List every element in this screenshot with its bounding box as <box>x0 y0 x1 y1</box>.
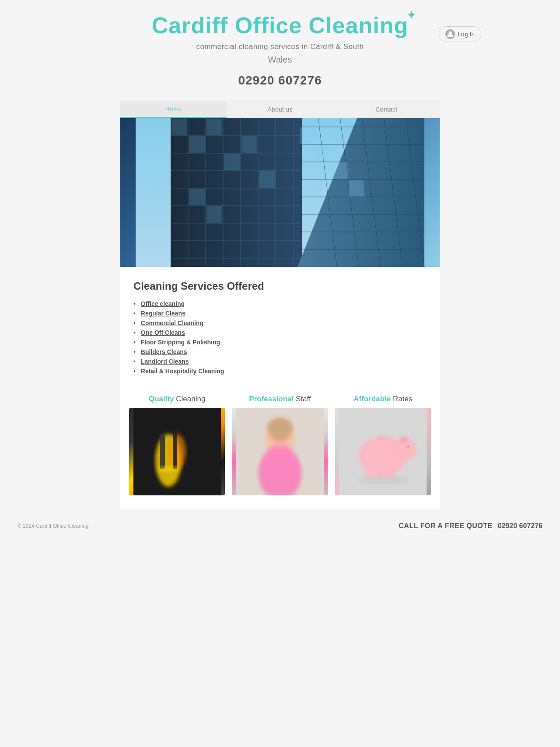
svg-rect-23 <box>242 136 257 153</box>
services-section: Cleaning Services Offered Office cleanin… <box>120 267 440 386</box>
feature-quality-normal2: Cleaning <box>176 395 205 403</box>
svg-point-60 <box>399 436 408 443</box>
svg-rect-26 <box>206 206 222 223</box>
svg-point-54 <box>267 419 293 436</box>
list-item: Regular Cleans <box>133 310 427 317</box>
feature-staff-normal2: Staff <box>296 395 311 403</box>
svg-point-50 <box>158 466 179 473</box>
feature-rates-title: Affordable Rates <box>335 395 431 403</box>
svg-rect-25 <box>189 189 205 205</box>
feature-rates-highlight: Affordable <box>354 395 391 403</box>
svg-rect-48 <box>160 434 165 469</box>
list-item: Floor Stripping & Polishing <box>133 339 427 346</box>
nav-bar: Home About us Contact <box>120 101 440 118</box>
footer-copyright: © 2024 Cardiff Office Cleaning <box>18 523 89 529</box>
list-item: Landlord Cleans <box>133 358 427 365</box>
feature-quality-title: Quality Cleaning <box>129 395 225 403</box>
svg-rect-19 <box>172 119 187 135</box>
hero-image <box>120 118 440 267</box>
feature-staff-image <box>232 408 328 495</box>
svg-marker-43 <box>332 162 349 179</box>
svg-marker-44 <box>349 180 365 196</box>
list-item: One Off Cleans <box>133 329 427 336</box>
site-footer: © 2024 Cardiff Office Cleaning CALL FOR … <box>0 513 560 539</box>
services-title: Cleaning Services Offered <box>133 280 427 292</box>
list-item: Office cleaning <box>133 300 427 307</box>
feature-quality-image <box>129 408 225 495</box>
feature-staff: Professional Staff <box>232 395 328 495</box>
feature-staff-title: Professional Staff <box>232 395 328 403</box>
site-title: Cardiff Office Cleaning ✦ <box>152 13 408 38</box>
svg-point-61 <box>407 445 410 448</box>
nav-item-contact[interactable]: Contact <box>333 101 440 118</box>
svg-rect-22 <box>224 154 240 170</box>
feature-quality: Quality Cleaning <box>129 395 225 495</box>
service-link-oneoff[interactable]: One Off Cleans <box>141 329 185 336</box>
feature-rates-image <box>335 408 431 495</box>
login-button[interactable]: Log In <box>439 26 481 42</box>
phone-number: 02920 607276 <box>9 74 551 88</box>
svg-rect-49 <box>173 430 177 469</box>
nav-item-home[interactable]: Home <box>120 101 227 118</box>
service-link-landlord[interactable]: Landlord Cleans <box>141 358 189 365</box>
service-link-retail[interactable]: Retail & Hospitality Cleaning <box>141 368 224 375</box>
site-header: Log In Cardiff Office Cleaning ✦ commerc… <box>0 0 560 92</box>
user-avatar-icon <box>445 29 455 39</box>
nav-item-about[interactable]: About us <box>227 101 333 118</box>
svg-rect-62 <box>378 438 386 440</box>
feature-rates-normal2: Rates <box>393 395 412 403</box>
svg-marker-41 <box>300 127 316 144</box>
svg-point-66 <box>357 476 409 484</box>
svg-point-56 <box>262 443 298 487</box>
list-item: Builders Cleans <box>133 348 427 355</box>
main-content: Cleaning Services Offered Office cleanin… <box>120 118 440 509</box>
svg-marker-42 <box>316 145 332 161</box>
feature-staff-highlight: Professional <box>249 395 294 403</box>
site-subtitle: commercial cleaning services in Cardiff … <box>9 42 551 51</box>
footer-cta-label: CALL FOR A FREE QUOTE <box>399 522 492 530</box>
service-link-builders[interactable]: Builders Cleans <box>141 348 187 355</box>
service-link-commercial[interactable]: Commercial Cleaning <box>141 319 203 326</box>
feature-rates: Affordable Rates <box>335 395 431 495</box>
svg-rect-20 <box>189 136 205 153</box>
service-link-floor[interactable]: Floor Stripping & Polishing <box>141 339 220 346</box>
login-label: Log In <box>458 31 475 38</box>
list-item: Retail & Hospitality Cleaning <box>133 368 427 375</box>
svg-rect-21 <box>206 119 222 135</box>
footer-cta: CALL FOR A FREE QUOTE 02920 607276 <box>399 522 542 530</box>
features-section: Quality Cleaning <box>120 386 440 509</box>
service-link-regular[interactable]: Regular Cleans <box>141 310 186 317</box>
services-list: Office cleaning Regular Cleans Commercia… <box>133 300 427 375</box>
star-icon: ✦ <box>407 10 416 21</box>
site-location: Wales <box>9 55 551 65</box>
list-item: Commercial Cleaning <box>133 319 427 326</box>
service-link-office[interactable]: Office cleaning <box>141 300 185 307</box>
feature-quality-highlight: Quality <box>149 395 174 403</box>
main-nav: Home About us Contact <box>0 101 560 118</box>
svg-rect-24 <box>259 171 275 188</box>
footer-phone: 02920 607276 <box>498 522 542 530</box>
